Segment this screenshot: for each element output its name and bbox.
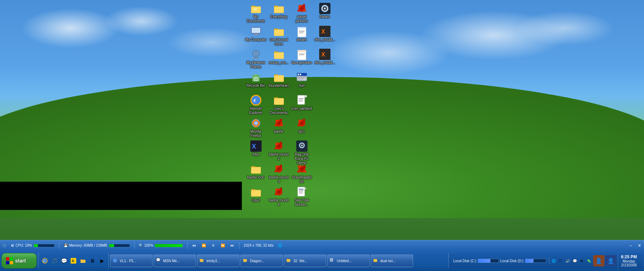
taskbar-btn-msn[interactable]: 💬 MSN Me... [154,254,196,267]
taskbar-btn-trinity[interactable]: trinity3... [197,254,239,267]
disk-labels-area: Local Disk (C:) Local Disk (D:) [452,259,547,263]
memory-label: Memory: 60MB / 239MB [69,243,107,247]
icon-xfire2[interactable]: X xfire_install... [313,47,336,70]
svg-point-107 [277,167,281,171]
icon-bashir[interactable]: bashir [267,116,290,139]
network-icon-info: 🌐 [278,243,282,247]
icon-cpuz[interactable]: CpuZ [244,185,267,208]
separator4 [239,242,239,249]
svg-rect-30 [299,33,303,34]
svg-rect-58 [298,77,306,77]
icon-internet-explorer[interactable]: e Internet Explorer [244,93,267,116]
icon-icon-samtext[interactable]: icon_samtext [290,93,313,116]
svg-rect-56 [298,74,299,75]
taskbar-btn-vl1[interactable]: e VL1 - F5... [110,254,153,267]
memory-progress [109,244,130,247]
icon-mckay[interactable]: mckay_mo... [267,47,290,70]
tray-update-icon[interactable]: ⚙ [579,258,585,264]
info-bar-min[interactable]: – [630,243,632,248]
svg-rect-43 [298,50,306,52]
icon-firefox[interactable]: Mozilla Firefox [244,116,267,139]
icon-my-documents[interactable]: My Documents [244,1,267,24]
media-prev[interactable]: ⏮ [192,243,197,248]
icon-fave-gundam[interactable]: fave gundam [290,47,313,70]
icon-star-trek[interactable]: Star Trek Nurser... [290,185,313,208]
taskbar-btn-diagon[interactable]: Diagon... [240,254,283,267]
svg-point-83 [277,121,281,125]
fave-gundam-icon [296,49,308,60]
tray-security-icon[interactable]: 🛡 [558,258,564,264]
media-rewind[interactable]: ⏪ [201,243,207,248]
thunderheart-icon [273,72,285,83]
taskbar-btn-vl1-icon: e [113,258,118,264]
svg-point-120 [274,193,278,195]
svg-rect-60 [298,79,303,79]
icon-scanimage[interactable]: ScanImage002 [290,162,313,185]
icon-bashir-icon[interactable]: bashir icon [244,162,267,185]
taskbar-btn-32we[interactable]: 32. We... [284,254,326,267]
clock-area[interactable]: 6:25 PM Monday 2/13/2006 [618,253,640,269]
icon-network-places[interactable]: My Network Places [244,47,267,70]
disk-d-fill [525,259,533,263]
icon-my-computer[interactable]: My Computer [244,24,267,47]
start-button[interactable]: start [1,253,37,269]
icon-dream[interactable]: dream [290,24,313,47]
svg-rect-29 [299,32,304,32]
svg-rect-135 [80,260,85,263]
media-play[interactable]: ⏸ [211,243,216,248]
icon-thunderheart[interactable]: thunderheart [267,70,290,93]
start-label: start [15,258,26,264]
tray-network-icon[interactable]: 🌐 [551,258,556,264]
info-bar-close[interactable]: ✕ [638,243,641,248]
my-documents-icon [250,3,262,14]
win-logo-blue [6,261,9,264]
icon-label-icon-samtext: icon_samtext [291,107,312,111]
taskbar-btn-dualmo[interactable]: dual mo... [371,254,413,267]
tray-audio-icon[interactable]: 🔊 [565,258,571,264]
tray-messenger-icon[interactable]: 💬 [572,258,578,264]
hurl-icon [296,72,308,83]
ql-explorer-icon[interactable]: 🖥 [88,257,97,265]
icon-users-documents[interactable]: User's Documents [267,93,290,116]
avatars-tray: 👤 👤 [593,255,616,266]
icon-recycle-bin[interactable]: Recycle Bin [244,70,267,93]
media-next[interactable]: ⏭ [230,243,235,248]
icon-label-my-documents: My Documents [245,15,267,23]
svg-point-113 [300,167,304,171]
icon-grid: My Documents Everything [243,0,342,209]
media-forward[interactable]: ⏩ [220,243,226,248]
icon-rag-doll[interactable]: Rag Doll Kung Fu Demo [290,139,313,162]
icon-xfire1[interactable]: X xfire_install... [313,24,336,47]
memory-progress-fill [109,244,114,247]
icon-everything[interactable]: Everything [267,1,290,24]
icon-bashir-round3[interactable]: bashir round 3 [267,162,290,185]
tray-antivirus-icon[interactable]: 🦠 [586,258,592,264]
taskbar-btn-untitled[interactable]: 🖼 Untitled... [327,254,370,267]
ql-media-icon[interactable]: ▶ [98,257,106,265]
icon-label-cpuz: CpuZ [251,198,260,203]
icon-steam[interactable]: Steam [313,1,336,24]
ql-ie-icon[interactable]: e [41,257,49,265]
svg-point-121 [277,190,281,194]
svg-point-13 [300,7,304,10]
svg-point-87 [297,124,301,126]
icon-bashir-round2[interactable]: bashir round 2 [267,139,290,162]
ql-msn-icon[interactable]: 💬 [60,257,68,265]
icon-bashir-round4[interactable]: bashir round 4 [267,185,290,208]
taskbar-btn-msn-label: MSN Me... [163,259,180,263]
svg-rect-70 [299,98,304,99]
icon-xfire-app[interactable]: X Xfire [244,139,267,162]
svg-rect-144 [287,259,288,260]
zoom-info: 🔍 100% [139,243,183,247]
info-bar: 🖥 CPU: 19% 💾 Memory: 60MB / 239MB 🔍 [0,240,644,251]
main-taskbar-row: start e 🎵 💬 A [0,251,644,271]
icon-livejournal[interactable]: LiveJournal Icons [267,24,290,47]
icon-pic1[interactable]: pic1 [290,116,313,139]
icon-hurl[interactable]: hurl [290,70,313,93]
ql-winamp-icon[interactable]: 🎵 [50,257,59,265]
icon-daniel-jackson[interactable]: daniel jackson [290,1,313,24]
ql-folder-icon[interactable] [79,257,87,265]
taskbar-btn-msn-icon: 💬 [156,258,162,264]
xfire2-icon: X [319,49,330,60]
ql-aim-icon[interactable]: A [69,257,78,265]
